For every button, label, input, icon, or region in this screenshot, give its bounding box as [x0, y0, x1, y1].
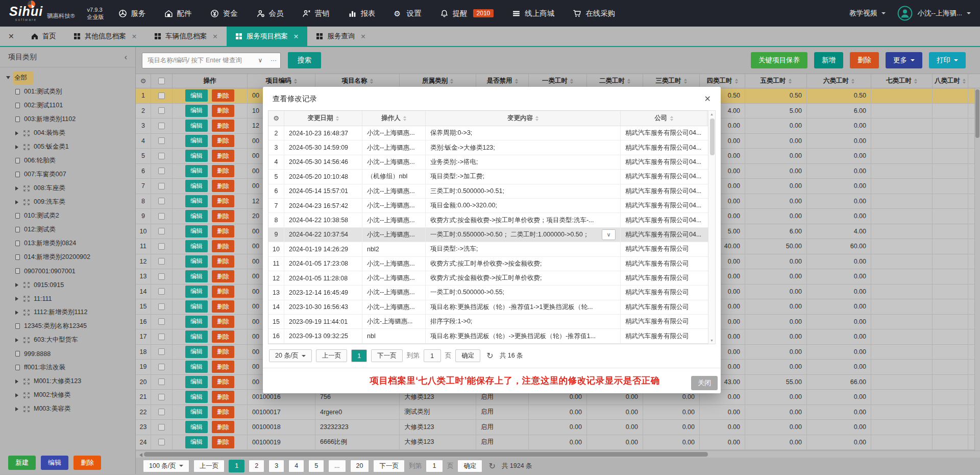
row-edit-button[interactable]: 编辑 — [185, 406, 208, 418]
goto-confirm-button[interactable]: 确定 — [457, 460, 482, 472]
row-checkbox[interactable] — [158, 243, 165, 250]
tree-item[interactable]: ff001:非法改装 — [0, 361, 135, 374]
search-more-icon[interactable]: ··· — [267, 57, 280, 64]
tree-item[interactable]: 全部 — [0, 71, 135, 85]
toolbar-action-1[interactable]: 关键项目保养 — [751, 52, 807, 68]
row-edit-button[interactable]: 编辑 — [185, 225, 208, 238]
tree-item[interactable]: 0907001:0907001 — [0, 264, 135, 278]
row-checkbox[interactable] — [158, 348, 165, 355]
row-delete-button[interactable]: 删除 — [212, 195, 234, 207]
search-input[interactable] — [142, 57, 254, 64]
caret-right-icon[interactable] — [15, 145, 20, 149]
row-checkbox[interactable] — [158, 439, 165, 445]
tree-item[interactable]: 002:测试1101 — [0, 99, 135, 112]
row-delete-button[interactable]: 删除 — [212, 150, 234, 162]
row-edit-button[interactable]: 编辑 — [185, 391, 208, 403]
column-header[interactable]: 五类工时 — [745, 74, 807, 88]
row-delete-button[interactable]: 删除 — [212, 270, 234, 282]
row-delete-button[interactable]: 删除 — [212, 135, 234, 147]
modal-vertical-scrollbar[interactable]: ▲ ▼ — [708, 110, 716, 344]
user-name[interactable]: 小沈--上海驷... — [917, 9, 962, 18]
modal-vscroll-thumb[interactable] — [710, 118, 715, 155]
search-history-dropdown-icon[interactable]: ∨ — [254, 57, 267, 64]
row-edit-button[interactable]: 编辑 — [185, 421, 208, 433]
row-delete-button[interactable]: 删除 — [212, 180, 234, 192]
caret-right-icon[interactable] — [15, 407, 20, 411]
column-settings-gear[interactable]: ⚙ — [136, 74, 151, 88]
row-checkbox[interactable] — [158, 123, 165, 129]
row-delete-button[interactable]: 删除 — [212, 286, 234, 298]
row-delete-button[interactable]: 删除 — [212, 225, 234, 238]
close-all-tabs-icon[interactable]: ✕ — [0, 27, 22, 46]
row-checkbox[interactable] — [158, 273, 165, 280]
modal-close-button[interactable]: 关闭 — [691, 376, 718, 390]
expand-row-chevron-icon[interactable]: ∨ — [602, 229, 616, 240]
tree-item[interactable]: 11:111 — [0, 292, 135, 305]
sort-icon[interactable] — [336, 116, 339, 121]
scroll-down-arrow-icon[interactable]: ▼ — [710, 339, 714, 342]
row-edit-button[interactable]: 编辑 — [185, 436, 208, 448]
tab-item-2[interactable]: 车辆信息档案✕ — [145, 27, 226, 46]
modal-table-row[interactable]: 22024-10-23 16:48:37小沈--上海驷惠...保养周期:0->3… — [268, 126, 715, 140]
sort-icon[interactable] — [735, 79, 738, 84]
sort-icon[interactable] — [789, 79, 792, 84]
modal-table-row[interactable]: 162023-09-13 09:32:25nbl项目名称:更换挡泥板（轮）->更… — [268, 329, 715, 343]
page-button[interactable]: 1 — [351, 349, 367, 362]
row-edit-button[interactable]: 编辑 — [185, 120, 208, 132]
create-button[interactable]: 新建 — [8, 456, 36, 470]
prev-page-button[interactable]: 上一页 — [316, 349, 348, 362]
modal-table-row[interactable]: 72024-04-23 16:57:42小沈--上海驷惠...项目金额:0.00… — [268, 199, 715, 213]
column-header[interactable]: 项目名称 — [315, 74, 400, 88]
modal-table-row[interactable]: 122024-01-05 11:28:08小沈--上海驷惠...收费方式:按金额… — [268, 271, 715, 286]
select-all-checkbox[interactable] — [158, 78, 165, 84]
toolbar-action-4[interactable]: 更多 — [886, 52, 922, 68]
modal-column-settings[interactable]: ⚙ — [268, 111, 284, 126]
tree-item[interactable]: M003:美容类 — [0, 402, 135, 416]
sort-icon[interactable] — [963, 79, 966, 84]
row-checkbox[interactable] — [158, 92, 165, 99]
toolbar-action-3[interactable]: 删除 — [850, 52, 879, 68]
tab-close-icon[interactable]: ✕ — [293, 33, 299, 40]
goto-page-input[interactable]: 1 — [426, 460, 443, 472]
row-edit-button[interactable]: 编辑 — [185, 180, 208, 192]
row-delete-button[interactable]: 删除 — [212, 120, 234, 132]
row-checkbox[interactable] — [158, 213, 165, 220]
tree-item[interactable]: 12345:类别名称12345 — [0, 319, 135, 333]
page-button[interactable]: 5 — [308, 460, 324, 472]
caret-right-icon[interactable] — [15, 393, 20, 397]
modal-column-header[interactable]: 操作人 — [362, 111, 426, 126]
row-edit-button[interactable]: 编辑 — [185, 286, 208, 298]
nav-item-9[interactable]: 线上商城 — [512, 9, 554, 18]
row-checkbox[interactable] — [158, 409, 165, 415]
nav-item-10[interactable]: 在线采购 — [573, 9, 615, 18]
row-delete-button[interactable]: 删除 — [212, 316, 234, 328]
sort-icon[interactable] — [450, 79, 453, 84]
modal-column-header[interactable]: 变更内容 — [426, 111, 621, 126]
modal-table-row[interactable]: 82024-04-22 10:38:58小沈--上海驷惠...收费方式:按金额收… — [268, 213, 715, 227]
row-checkbox[interactable] — [158, 318, 165, 325]
row-delete-button[interactable]: 删除 — [212, 210, 234, 222]
tree-item[interactable]: 007:车窗类007 — [0, 168, 135, 181]
tab-home[interactable]: 首页 — [22, 27, 65, 46]
vscroll-thumb[interactable] — [975, 89, 979, 138]
tree-item[interactable]: 008:车座类 — [0, 181, 135, 195]
row-edit-button[interactable]: 编辑 — [185, 150, 208, 162]
vertical-scrollbar[interactable] — [974, 88, 980, 450]
sort-icon[interactable] — [403, 116, 406, 121]
modal-table-row[interactable]: 152023-09-19 11:44:01小沈-上海驷惠...排序字段:1->0… — [268, 315, 715, 329]
column-header[interactable]: 四类工时 — [700, 74, 745, 88]
nav-item-2[interactable]: 配件 — [164, 9, 192, 18]
tree-item[interactable]: 003:新增类别1102 — [0, 112, 135, 126]
page-button[interactable]: 20 — [350, 460, 370, 472]
scroll-up-arrow-icon[interactable]: ▲ — [710, 112, 714, 116]
row-edit-button[interactable]: 编辑 — [185, 330, 208, 343]
row-delete-button[interactable]: 删除 — [212, 346, 234, 358]
row-edit-button[interactable]: 编辑 — [185, 361, 208, 373]
tab-item-1[interactable]: 其他信息档案✕ — [65, 27, 145, 46]
modal-column-header[interactable]: 公司 — [621, 111, 707, 126]
caret-right-icon[interactable] — [15, 338, 20, 342]
column-header[interactable]: 七类工时 — [871, 74, 933, 88]
row-edit-button[interactable]: 编辑 — [185, 240, 208, 252]
toolbar-action-2[interactable]: 新增 — [814, 52, 843, 68]
row-edit-button[interactable]: 编辑 — [185, 255, 208, 268]
